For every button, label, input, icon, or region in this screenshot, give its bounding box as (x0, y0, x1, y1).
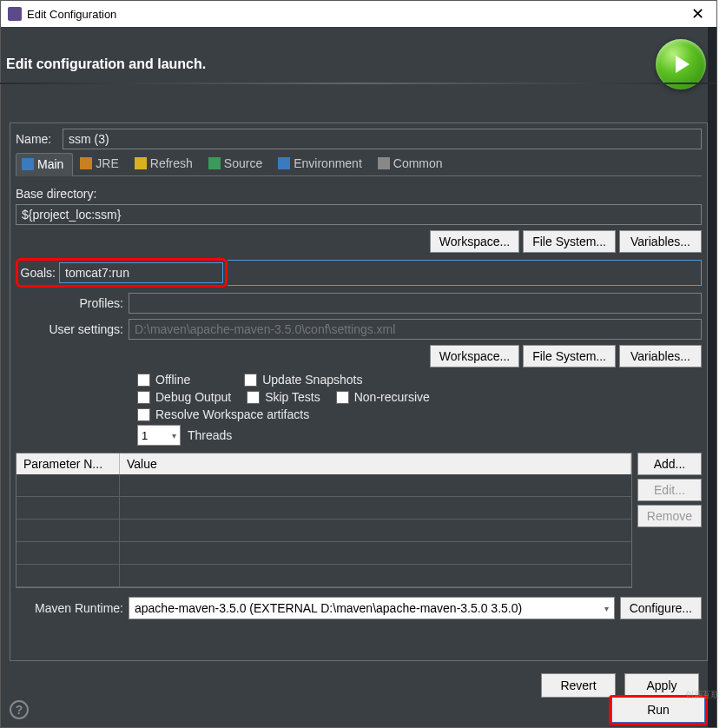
usersettings-input[interactable] (129, 319, 702, 340)
table-row[interactable] (16, 542, 631, 565)
refresh-tab-icon (135, 157, 147, 169)
update-snapshots-label: Update Snapshots (262, 373, 362, 387)
table-body[interactable] (16, 474, 631, 587)
check-row-2: Debug Output Skip Tests Non-recursive (137, 390, 702, 404)
name-row: Name: (16, 129, 702, 149)
profiles-row: Profiles: (16, 293, 702, 314)
maven-runtime-label: Maven Runtime: (16, 601, 129, 615)
edit-button[interactable]: Edit... (637, 479, 702, 501)
tab-environment[interactable]: Environment (273, 153, 371, 175)
debug-output-check[interactable]: Debug Output (137, 390, 231, 404)
tab-bar: Main JRE Refresh Source Environment Comm… (16, 153, 702, 176)
tab-refresh[interactable]: Refresh (129, 153, 201, 175)
non-recursive-label: Non-recursive (354, 390, 430, 404)
configure-button[interactable]: Configure... (620, 597, 702, 619)
app-icon (8, 7, 22, 21)
tab-common-label: Common (393, 156, 443, 170)
table-row[interactable] (16, 474, 631, 497)
checkbox-icon (137, 374, 150, 387)
usersettings-row: User settings: (16, 319, 702, 340)
remove-button[interactable]: Remove (637, 505, 702, 527)
non-recursive-check[interactable]: Non-recursive (336, 390, 430, 404)
titlebar: Edit Configuration ✕ (1, 1, 716, 27)
threads-row: 1 Threads (137, 425, 702, 446)
col-value[interactable]: Value (120, 453, 631, 474)
checkbox-icon (137, 391, 150, 404)
tab-source-label: Source (224, 156, 262, 170)
usersettings-label: User settings: (16, 322, 129, 336)
tab-source[interactable]: Source (203, 153, 271, 175)
config-panel: Name: Main JRE Refresh Source Environmen… (10, 122, 708, 661)
dialog-header: Edit configuration and launch. (1, 27, 716, 116)
name-input[interactable] (63, 129, 702, 149)
dialog-body: Name: Main JRE Refresh Source Environmen… (1, 116, 716, 705)
close-icon[interactable]: ✕ (686, 4, 710, 23)
goals-highlight: Goals: (16, 258, 228, 288)
goals-label: Goals: (20, 266, 59, 280)
check-row-1: Offline Update Snapshots (137, 373, 702, 387)
maven-runtime-value: apache-maven-3.5.0 (EXTERNAL D:\maven\ap… (135, 601, 522, 615)
dialog-window: Edit Configuration ✕ Edit configuration … (0, 0, 717, 728)
common-tab-icon (378, 157, 390, 169)
checkbox-icon (244, 374, 257, 387)
workspace-button[interactable]: Workspace... (430, 230, 519, 253)
main-tab-content: Base directory: Workspace... File System… (16, 183, 702, 628)
basedir-input[interactable] (16, 204, 702, 225)
tab-main[interactable]: Main (16, 153, 73, 176)
maven-runtime-row: Maven Runtime: apache-maven-3.5.0 (EXTER… (16, 597, 702, 619)
table-row[interactable] (16, 520, 631, 542)
run-highlight: Run (609, 695, 708, 725)
profiles-label: Profiles: (16, 296, 129, 310)
offline-check[interactable]: Offline (137, 373, 190, 387)
params-table-wrap: Parameter N... Value Add... (16, 453, 702, 588)
variables-button-2[interactable]: Variables... (619, 345, 702, 367)
debug-output-label: Debug Output (155, 390, 231, 404)
goals-input[interactable] (59, 262, 223, 283)
filesystem-button-2[interactable]: File System... (523, 345, 616, 367)
profiles-input[interactable] (129, 293, 702, 314)
table-row[interactable] (16, 497, 631, 520)
maven-runtime-select[interactable]: apache-maven-3.5.0 (EXTERNAL D:\maven\ap… (129, 597, 615, 619)
main-tab-icon (22, 158, 34, 170)
source-tab-icon (208, 157, 221, 169)
skip-tests-check[interactable]: Skip Tests (247, 390, 320, 404)
offline-label: Offline (155, 373, 190, 387)
basedir-buttons: Workspace... File System... Variables... (16, 230, 702, 253)
header-title: Edit configuration and launch. (6, 56, 206, 72)
goals-input-ext[interactable] (228, 260, 702, 286)
tab-refresh-label: Refresh (150, 156, 193, 170)
window-title: Edit Configuration (27, 8, 116, 21)
threads-spinner[interactable]: 1 (137, 425, 181, 446)
resolve-workspace-check[interactable]: Resolve Workspace artifacts (137, 407, 309, 421)
update-snapshots-check[interactable]: Update Snapshots (244, 373, 362, 387)
basedir-label: Base directory: (16, 187, 702, 201)
col-param[interactable]: Parameter N... (16, 453, 120, 474)
threads-value: 1 (142, 429, 148, 442)
checkbox-icon (137, 408, 150, 421)
run-button[interactable]: Run (611, 698, 705, 723)
tab-common[interactable]: Common (373, 153, 452, 175)
check-row-3: Resolve Workspace artifacts (137, 407, 702, 421)
threads-label: Threads (188, 428, 232, 442)
variables-button[interactable]: Variables... (619, 230, 702, 253)
skip-tests-label: Skip Tests (265, 390, 320, 404)
checkbox-icon (336, 391, 349, 404)
table-header: Parameter N... Value (16, 453, 631, 474)
name-label: Name: (16, 132, 63, 146)
goals-row: Goals: (16, 258, 702, 288)
checkbox-icon (247, 391, 260, 404)
bottom-bar: ? Run (1, 692, 716, 727)
tab-jre[interactable]: JRE (75, 153, 127, 175)
side-strip (708, 27, 716, 727)
params-table: Parameter N... Value (16, 453, 632, 588)
env-tab-icon (278, 157, 290, 169)
usersettings-buttons: Workspace... File System... Variables... (16, 345, 702, 367)
tab-jre-label: JRE (96, 156, 118, 170)
help-icon[interactable]: ? (10, 700, 29, 719)
filesystem-button[interactable]: File System... (523, 230, 616, 253)
resolve-workspace-label: Resolve Workspace artifacts (155, 407, 309, 421)
workspace-button-2[interactable]: Workspace... (430, 345, 519, 367)
divider (0, 83, 716, 84)
add-button[interactable]: Add... (637, 453, 702, 475)
table-row[interactable] (16, 565, 631, 587)
